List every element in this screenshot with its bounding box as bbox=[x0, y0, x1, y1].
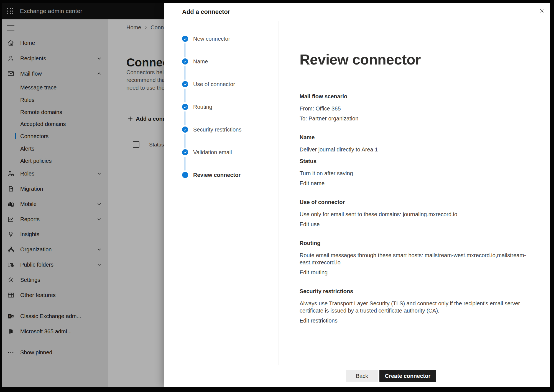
add-connector-modal: Add a connector New connector bbox=[164, 3, 550, 387]
step-complete-icon bbox=[182, 36, 188, 42]
review-heading-security-restrictions: Security restrictions bbox=[300, 288, 539, 295]
modal-header: Add a connector bbox=[164, 3, 550, 21]
wizard-step-use-of-connector[interactable]: Use of connector bbox=[164, 81, 279, 88]
review-value-routing: Route email messages through these smart… bbox=[300, 252, 527, 266]
wizard-step-new-connector[interactable]: New connector bbox=[164, 36, 279, 42]
review-value-from: From: Office 365 bbox=[300, 105, 527, 112]
step-connector-line bbox=[185, 43, 185, 57]
review-heading-use-of-connector: Use of connector bbox=[300, 198, 539, 206]
edit-name-link[interactable]: Edit name bbox=[300, 180, 325, 187]
step-connector-line bbox=[185, 157, 185, 171]
wizard-step-review-connector[interactable]: Review connector bbox=[164, 172, 279, 179]
edit-routing-link[interactable]: Edit routing bbox=[300, 269, 328, 276]
step-complete-icon bbox=[182, 81, 188, 87]
review-pane: Review connector Mail flow scenario From… bbox=[279, 21, 550, 365]
step-connector-line bbox=[185, 134, 185, 148]
step-connector-line bbox=[185, 111, 185, 125]
modal-title: Add a connector bbox=[182, 3, 230, 21]
review-value-use-of-connector: Use only for email sent to these domains… bbox=[300, 211, 527, 218]
back-button[interactable]: Back bbox=[346, 370, 378, 382]
review-heading-status: Status bbox=[300, 158, 539, 165]
app-window: Exchange admin center Home Recipients Ma… bbox=[2, 3, 550, 387]
review-heading-routing: Routing bbox=[300, 239, 539, 247]
wizard-step-security-restrictions[interactable]: Security restrictions bbox=[164, 127, 279, 133]
review-title: Review connector bbox=[300, 51, 539, 68]
create-connector-button[interactable]: Create connector bbox=[379, 370, 436, 382]
step-complete-icon bbox=[182, 127, 188, 133]
wizard-step-validation-email[interactable]: Validation email bbox=[164, 149, 279, 156]
review-value-to: To: Partner organization bbox=[300, 115, 527, 122]
review-value-security-restrictions: Always use Transport Layer Security (TLS… bbox=[300, 300, 527, 314]
modal-footer: Back Create connector bbox=[164, 365, 550, 387]
close-icon[interactable] bbox=[537, 6, 547, 16]
review-value-status: Turn it on after saving bbox=[300, 170, 527, 177]
step-current-icon bbox=[182, 172, 188, 178]
step-complete-icon bbox=[182, 58, 188, 65]
review-heading-mail-flow-scenario: Mail flow scenario bbox=[300, 93, 539, 100]
edit-use-link[interactable]: Edit use bbox=[300, 221, 320, 228]
step-complete-icon bbox=[182, 104, 188, 110]
review-value-name: Deliver journal directly to Area 1 bbox=[300, 146, 527, 153]
review-heading-name: Name bbox=[300, 134, 539, 141]
step-connector-line bbox=[185, 66, 185, 80]
step-complete-icon bbox=[182, 149, 188, 155]
wizard-step-routing[interactable]: Routing bbox=[164, 104, 279, 110]
wizard-step-name[interactable]: Name bbox=[164, 58, 279, 65]
modal-body: New connector Name Use of connector Rout… bbox=[164, 21, 550, 365]
edit-restrictions-link[interactable]: Edit restrictions bbox=[300, 317, 338, 324]
wizard-steps: New connector Name Use of connector Rout… bbox=[164, 21, 279, 365]
step-connector-line bbox=[185, 89, 185, 102]
